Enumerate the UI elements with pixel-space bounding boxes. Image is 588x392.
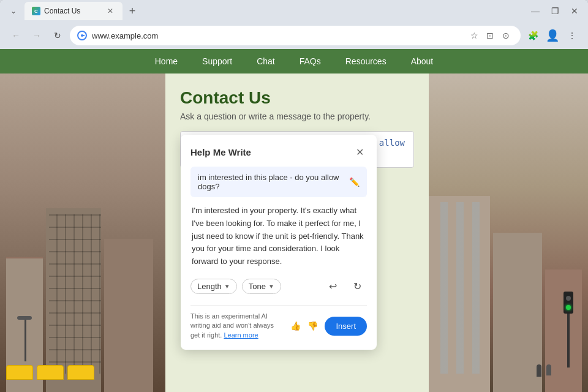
popup-title: Help Me Write [190, 147, 251, 157]
url-bar[interactable]: ☆ ⊡ ⊙ [70, 26, 521, 45]
menu-button[interactable]: ⋮ [564, 27, 581, 44]
length-dropdown[interactable]: Length ▼ [190, 279, 237, 294]
popup-header: Help Me Write ✕ [190, 145, 367, 159]
page-subtitle: Ask a question or write a message to the… [180, 111, 414, 121]
nav-chat[interactable]: Chat [252, 54, 280, 69]
undo-button[interactable]: ↩ [323, 277, 342, 296]
minimize-button[interactable]: — [527, 2, 544, 20]
extensions-button[interactable]: 🧩 [524, 27, 541, 44]
refresh-button[interactable]: ↻ [347, 277, 367, 296]
nav-resources[interactable]: Resources [341, 54, 391, 69]
navigation-bar: Home Support Chat FAQs Resources About [0, 49, 588, 74]
close-button[interactable]: ✕ [566, 2, 583, 20]
feedback-buttons: 👍 👎 [288, 318, 320, 333]
active-tab[interactable]: C Contact Us ✕ [24, 2, 123, 20]
url-input[interactable] [92, 31, 462, 40]
tone-dropdown[interactable]: Tone ▼ [242, 279, 281, 294]
new-tab-button[interactable]: + [125, 4, 140, 18]
popup-close-button[interactable]: ✕ [352, 145, 367, 159]
insert-button[interactable]: Insert [325, 317, 367, 336]
nav-home[interactable]: Home [150, 54, 183, 69]
input-preview-box: im interested in this place - do you all… [190, 167, 367, 197]
browser-action-buttons: 🧩 👤 ⋮ [524, 27, 581, 44]
nav-faqs[interactable]: FAQs [295, 54, 326, 69]
url-action-icons: ☆ ⊡ ⊙ [467, 28, 513, 43]
title-bar: ⌄ C Contact Us ✕ + — ❐ ✕ [0, 0, 588, 22]
input-preview-text: im interested in this place - do you all… [198, 173, 349, 191]
browser-window: ⌄ C Contact Us ✕ + — ❐ ✕ ← → ↻ [0, 0, 588, 392]
google-logo-icon [77, 31, 87, 40]
learn-more-link[interactable]: Learn more [224, 331, 258, 339]
thumbs-up-button[interactable]: 👍 [288, 318, 303, 333]
bookmark-icon[interactable]: ☆ [467, 28, 481, 43]
tab-title: Contact Us [44, 7, 102, 15]
svg-point-1 [81, 34, 83, 37]
reload-button[interactable]: ↻ [49, 27, 66, 44]
nav-support[interactable]: Support [197, 54, 237, 69]
tab-group-button[interactable]: ⌄ [5, 4, 22, 18]
popup-controls: Length ▼ Tone ▼ ↩ ↻ [190, 277, 367, 296]
help-me-write-popup: Help Me Write ✕ im interested in this pl… [181, 135, 377, 350]
tone-label: Tone [249, 282, 266, 291]
back-button[interactable]: ← [7, 27, 24, 44]
footer-text: This is an experimental AI writing aid a… [190, 312, 283, 340]
thumbs-down-button[interactable]: 👎 [305, 318, 320, 333]
tone-dropdown-arrow: ▼ [268, 283, 274, 290]
window-controls: — ❐ ✕ [527, 2, 583, 20]
page-content: Home Support Chat FAQs Resources About C… [0, 49, 588, 392]
edit-icon[interactable]: ✏️ [349, 177, 360, 187]
profile-icon[interactable]: ⊙ [499, 28, 513, 43]
tab-bar: ⌄ C Contact Us ✕ + [5, 2, 519, 20]
city-right-panel [429, 49, 588, 392]
cast-icon[interactable]: ⊡ [483, 28, 497, 43]
city-left-panel [0, 49, 165, 392]
length-label: Length [197, 282, 222, 291]
generated-text: I'm interested in your property. It's ex… [190, 205, 367, 268]
page-title: Contact Us [180, 88, 414, 108]
nav-about[interactable]: About [406, 54, 439, 69]
popup-footer: This is an experimental AI writing aid a… [190, 305, 367, 340]
length-dropdown-arrow: ▼ [224, 283, 230, 290]
restore-button[interactable]: ❐ [546, 2, 564, 20]
tab-close-button[interactable]: ✕ [105, 6, 115, 16]
address-bar: ← → ↻ ☆ ⊡ ⊙ 🧩 👤 ⋮ [0, 22, 588, 49]
tab-favicon: C [32, 7, 40, 15]
profile-avatar[interactable]: 👤 [544, 27, 561, 44]
forward-button[interactable]: → [28, 27, 45, 44]
